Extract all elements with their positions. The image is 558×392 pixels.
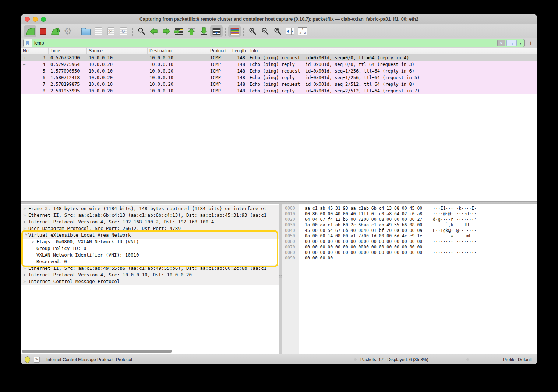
find-packet-button[interactable] xyxy=(135,25,148,37)
expander-icon[interactable]: > xyxy=(22,233,30,238)
zoom-reset-button[interactable] xyxy=(271,25,284,37)
filter-apply-button[interactable]: → xyxy=(506,40,517,46)
hex-row[interactable]: 0010 00 86 00 00 40 00 40 11 f1 0f c0 a8… xyxy=(282,211,537,217)
packet-no: 3 xyxy=(43,55,45,60)
save-file-button[interactable] xyxy=(92,25,105,37)
go-forward-button[interactable] xyxy=(160,25,173,37)
packet-time: 2.581953995 xyxy=(48,88,86,94)
resize-columns-button[interactable] xyxy=(284,25,296,37)
close-file-button[interactable]: ✕ xyxy=(105,25,117,37)
reload-file-button[interactable]: ↻ xyxy=(117,25,130,37)
resize-columns-icon xyxy=(286,28,294,35)
horizontal-splitter[interactable] xyxy=(21,201,537,204)
detail-row[interactable]: VXLAN Network Identifier (VNI): 10010 xyxy=(21,252,279,258)
capture-options-button[interactable]: ⚙ xyxy=(61,25,74,37)
zoom-out-button[interactable] xyxy=(259,25,271,37)
hex-row[interactable]: 0050 0a 00 00 14 08 00 a1 77 00 1d 00 00… xyxy=(282,233,537,239)
detail-row[interactable]: >Ethernet II, Src: aa:c1:ab:49:55:b6 (aa… xyxy=(21,265,279,272)
hex-row[interactable]: 0070 00 00 00 00 00 00 00 00 00 00 00 00… xyxy=(282,244,537,250)
vertical-splitter[interactable] xyxy=(279,204,282,354)
restart-capture-button[interactable]: ↻ xyxy=(49,25,61,37)
packet-source: 10.0.0.10 xyxy=(86,54,147,61)
packet-no: 5 xyxy=(43,68,45,74)
expander-icon[interactable]: > xyxy=(24,265,28,272)
go-to-top-button[interactable] xyxy=(185,25,198,37)
filter-value[interactable]: icmp xyxy=(32,40,497,46)
detail-row[interactable]: Reserved: 0 xyxy=(21,258,279,265)
column-header-time[interactable]: Time xyxy=(48,48,86,54)
column-header-length[interactable]: Length xyxy=(230,48,248,54)
colorize-toggle[interactable] xyxy=(228,25,241,37)
column-header-destination[interactable]: Destination xyxy=(147,48,208,54)
column-header-info[interactable]: Info xyxy=(248,48,537,54)
detail-row[interactable]: Group Policy ID: 0 xyxy=(21,245,279,252)
expander-icon[interactable]: > xyxy=(24,219,28,225)
detail-row[interactable]: >Virtual eXtensible Local Area Network xyxy=(21,232,279,239)
auto-scroll-toggle[interactable] xyxy=(210,25,223,37)
expander-icon[interactable]: > xyxy=(24,278,28,285)
capture-comment-icon[interactable]: ✎ xyxy=(34,357,40,363)
hex-row[interactable]: 0060 00 00 00 00 00 00 00 00 00 00 00 00… xyxy=(282,239,537,244)
expander-icon[interactable]: > xyxy=(24,225,28,232)
open-file-button[interactable] xyxy=(80,25,92,37)
hex-bytes-right: ab 6b c4 13 08 00 45 00 xyxy=(364,206,423,211)
ascii-left: ········ xyxy=(433,244,453,250)
expander-icon[interactable]: > xyxy=(32,239,36,245)
packet-row[interactable]: 6 1.580712418 10.0.0.20 10.0.0.10 ICMP 1… xyxy=(21,74,537,81)
zoom-in-button[interactable] xyxy=(246,25,259,37)
scrollbar-thumb[interactable] xyxy=(22,350,172,353)
packet-row[interactable]: ←4 0.579275964 10.0.0.20 10.0.0.10 ICMP … xyxy=(21,61,537,68)
detail-row[interactable]: >Ethernet II, Src: aa:c1:ab:6b:c4:13 (aa… xyxy=(21,212,279,219)
packet-protocol: ICMP xyxy=(208,61,230,68)
details-horizontal-scrollbar[interactable] xyxy=(22,350,276,353)
go-back-button[interactable] xyxy=(148,25,160,37)
expander-icon[interactable]: > xyxy=(24,212,28,219)
hex-row[interactable]: 0090 00 00 00 00 ···· xyxy=(282,255,537,261)
hex-row[interactable]: 0040 45 00 00 54 67 6b 40 00 40 01 bf 20… xyxy=(282,228,537,233)
filter-add-button[interactable]: + xyxy=(527,39,535,47)
detail-row[interactable]: >Frame 3: 148 bytes on wire (1184 bits),… xyxy=(21,205,279,212)
splitter-handle[interactable] xyxy=(279,275,282,278)
filter-clear-button[interactable]: × xyxy=(497,40,505,46)
expander-icon[interactable]: > xyxy=(24,205,28,212)
go-to-bottom-button[interactable] xyxy=(198,25,210,37)
hex-row[interactable]: 0030 1a 00 aa c1 ab 60 2c 6b aa c1 ab 49… xyxy=(282,222,537,228)
packet-row[interactable]: →3 0.576738190 10.0.0.10 10.0.0.20 ICMP … xyxy=(21,54,537,61)
start-capture-button[interactable] xyxy=(24,25,36,37)
detail-row[interactable]: >User Datagram Protocol, Src Port: 26612… xyxy=(21,225,279,232)
packet-row[interactable]: 5 1.577090550 10.0.0.10 10.0.0.20 ICMP 1… xyxy=(21,68,537,74)
expert-info-icon[interactable] xyxy=(25,356,30,363)
stop-capture-button[interactable] xyxy=(36,25,49,37)
go-to-packet-button[interactable] xyxy=(173,25,185,37)
packet-info: Echo (ping) reply id=0x001d, seq=1/256, … xyxy=(248,74,537,81)
detail-text: Internet Protocol Version 4, Src: 192.16… xyxy=(28,219,214,225)
ascii-right: ·k····E· xyxy=(456,206,476,211)
column-header-source[interactable]: Source xyxy=(86,48,147,54)
detail-row[interactable]: >Internet Protocol Version 4, Src: 192.1… xyxy=(21,219,279,225)
hex-row[interactable]: 0020 64 04 67 f4 12 b5 00 72 00 00 08 00… xyxy=(282,217,537,222)
packet-row[interactable]: 8 2.581953995 10.0.0.20 10.0.0.10 ICMP 1… xyxy=(21,88,537,94)
column-header-protocol[interactable]: Protocol xyxy=(208,48,230,54)
hex-row[interactable]: 0000 aa c1 ab 45 31 93 aa c1 ab 6b c4 13… xyxy=(282,206,537,211)
profile-selector[interactable]: Profile: Default xyxy=(503,357,532,362)
detail-row[interactable]: >Internet Control Message Protocol xyxy=(21,278,279,285)
packet-info: Echo (ping) request id=0x001d, seq=2/512… xyxy=(248,81,537,88)
detail-text: Reserved: 0 xyxy=(36,259,67,264)
filter-bookmark-button[interactable] xyxy=(24,39,32,47)
layout-button[interactable]: 1 2 3 xyxy=(296,25,309,37)
title-bar[interactable]: Capturing from packetflix:// remote clus… xyxy=(21,14,537,24)
hex-row[interactable]: 0080 00 00 00 00 00 00 00 00 00 00 00 00… xyxy=(282,250,537,255)
reload-file-icon: ↻ xyxy=(120,27,127,35)
expander-icon[interactable]: > xyxy=(24,272,28,278)
filter-dropdown-button[interactable]: ▾ xyxy=(518,40,523,46)
display-filter-input[interactable]: icmp × → ▾ xyxy=(23,39,525,47)
packet-time: 0.576738190 xyxy=(48,54,86,61)
hex-bytes-left: 45 00 00 54 67 6b 40 00 xyxy=(305,228,364,233)
detail-row[interactable]: >Flags: 0x0800, VXLAN Network ID (VNI) xyxy=(21,239,279,245)
column-header-no[interactable]: No. xyxy=(21,48,48,54)
packet-row[interactable]: 7 2.578199875 10.0.0.10 10.0.0.20 ICMP 1… xyxy=(21,81,537,88)
packet-source: 10.0.0.20 xyxy=(86,88,147,94)
detail-row[interactable]: >Internet Protocol Version 4, Src: 10.0.… xyxy=(21,272,279,278)
packet-length: 148 xyxy=(230,54,248,61)
hex-offset: 0040 xyxy=(282,228,299,233)
